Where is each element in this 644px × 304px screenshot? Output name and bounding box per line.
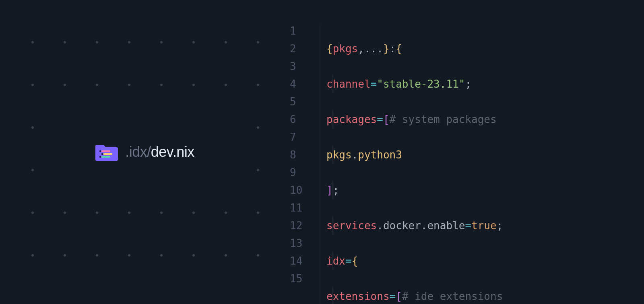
file-info-panel: .idx/dev.nix	[0, 0, 290, 304]
line-number: 14	[290, 252, 311, 270]
line-number-gutter: 123456789101112131415	[290, 22, 319, 304]
code-line: ];	[326, 181, 644, 199]
line-number: 2	[290, 40, 311, 58]
line-number: 5	[290, 93, 311, 111]
code-line: services.docker.enable = true;	[326, 217, 644, 234]
code-line: idx = {	[326, 252, 644, 270]
code-content[interactable]: { pkgs, ... }: { channel = "stable-23.11…	[326, 22, 644, 304]
svg-point-4	[101, 153, 103, 155]
line-number: 3	[290, 58, 311, 75]
line-number: 1	[290, 22, 311, 40]
code-line: { pkgs, ... }: {	[326, 40, 644, 58]
code-editor[interactable]: 123456789101112131415 { pkgs, ... }: { c…	[290, 0, 644, 304]
file-path: .idx/dev.nix	[125, 144, 194, 160]
code-line: packages = [ # system packages	[326, 111, 644, 128]
file-folder: .idx/	[125, 144, 151, 160]
file-label: .idx/dev.nix	[95, 142, 194, 162]
svg-rect-2	[101, 156, 110, 158]
line-number: 11	[290, 199, 311, 217]
line-number: 7	[290, 128, 311, 146]
line-number: 12	[290, 217, 311, 234]
file-name: dev.nix	[151, 144, 194, 160]
line-number: 8	[290, 146, 311, 164]
line-number: 6	[290, 111, 311, 128]
line-number: 4	[290, 75, 311, 93]
svg-point-3	[99, 150, 101, 152]
folder-icon	[95, 142, 118, 162]
line-number: 13	[290, 234, 311, 252]
gutter-separator	[319, 25, 319, 304]
line-number: 10	[290, 181, 311, 199]
code-line: pkgs.python3	[326, 146, 644, 164]
svg-rect-0	[101, 150, 110, 152]
code-line: extensions = [ # ide extensions	[326, 288, 644, 304]
line-number: 15	[290, 270, 311, 288]
line-number: 9	[290, 164, 311, 181]
svg-point-5	[99, 156, 101, 158]
svg-rect-1	[103, 153, 112, 155]
code-line: channel = "stable-23.11";	[326, 75, 644, 93]
